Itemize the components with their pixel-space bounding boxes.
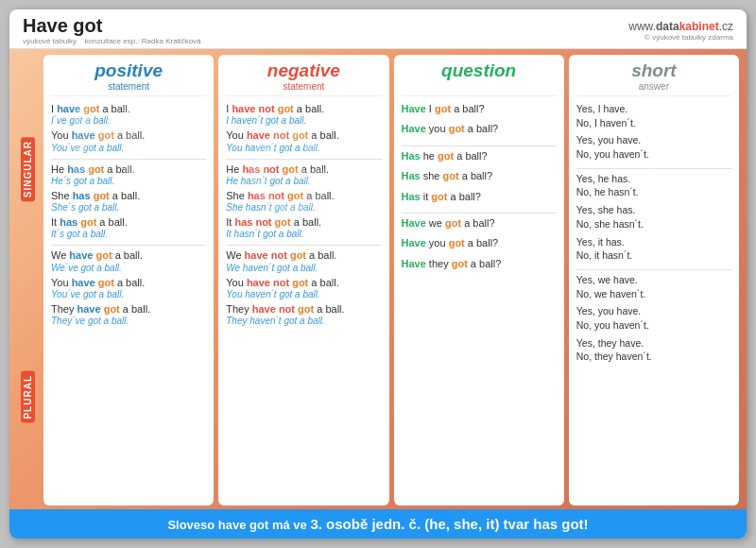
list-item: I have not got a ball. I haven´t got a b… (226, 102, 381, 127)
list-item: You have not got a ball. You haven´t got… (226, 128, 381, 153)
list-item: You have got a ball. You´ve got a ball. (51, 276, 206, 300)
sa-no-4: No, she hasn´t. (576, 217, 731, 231)
brand-tagline: © výukové tabulky zdarma (628, 33, 733, 42)
poster-title: Have got výukové tabulky konzultace esp.… (23, 15, 201, 45)
sa-yes-3: Yes, he has. (576, 172, 731, 186)
divider (576, 269, 731, 270)
neg-row-6-main: We have not got a ball. (226, 248, 381, 262)
poster: Have got výukové tabulky konzultace esp.… (9, 9, 747, 539)
sa-yes-8: Yes, they have. (576, 336, 731, 351)
sa-no-5: No, it hasn´t. (576, 248, 731, 263)
sa-no-7: No, you haven´t. (576, 318, 731, 333)
divider (402, 146, 557, 146)
list-item: You have not got a ball. You haven´t got… (226, 276, 381, 300)
neg-row-3-alt: He hasn´t got a ball. (226, 176, 381, 187)
sa-yes-4: Yes, she has. (576, 203, 731, 217)
list-item: Has he got a ball? (402, 149, 557, 163)
pos-row-6-main: We have got a ball. (51, 248, 206, 262)
main-content: H G ? SINGULAR PLURAL positive statement… (9, 49, 747, 509)
list-item: Have we got a ball? (402, 216, 557, 231)
list-item: Yes, you have. No, you haven´t. (576, 133, 731, 161)
sidebar-singular: SINGULAR (21, 137, 35, 201)
question-subtitle (402, 81, 557, 92)
columns: positive statement I have got a ball. I´… (43, 55, 739, 505)
pos-row-1-main: I have got a ball. (51, 102, 206, 115)
list-item: Yes, he has. No, he hasn´t. (576, 172, 731, 199)
list-item: He has got a ball. He´s got a ball. (51, 163, 206, 187)
neg-row-1-main: I have not got a ball. (226, 102, 381, 115)
list-item: We have got a ball. We´ve got a ball. (51, 248, 206, 273)
list-item: Have they got a ball? (402, 257, 557, 271)
sa-no-8: No, they haven´t. (576, 350, 731, 364)
list-item: It has not got a ball. It hasn´t got a b… (226, 215, 381, 240)
sa-yes-1: Yes, I have. (576, 102, 731, 116)
poster-subtitle: výukové tabulky konzultace esp.: Radka K… (23, 37, 201, 45)
header-logo: www.datakabinet.cz © výukové tabulky zda… (628, 20, 733, 42)
question-header: question (402, 60, 557, 96)
sidebar: SINGULAR PLURAL (17, 55, 38, 505)
negative-column: negative statement I have not got a ball… (218, 55, 388, 505)
list-item: We have not got a ball. We haven´t got a… (226, 248, 381, 273)
question-title: question (441, 60, 516, 80)
divider (226, 245, 381, 246)
list-item: I have got a ball. I´ve got a ball. (51, 102, 206, 127)
neg-row-1-alt: I haven´t got a ball. (226, 115, 381, 127)
short-answer-column: short answer Yes, I have. No, I haven´t.… (569, 55, 739, 505)
neg-row-8-main: They have not got a ball. (226, 302, 381, 316)
sa-yes-2: Yes, you have. (576, 133, 731, 147)
short-answer-rows: Yes, I have. No, I haven´t. Yes, you hav… (576, 102, 731, 368)
list-item: It has got a ball. It´s got a ball. (51, 215, 206, 240)
divider (402, 213, 557, 214)
sidebar-plural: PLURAL (21, 371, 35, 423)
list-item: You have got a ball. You´ve got a ball. (51, 128, 206, 153)
divider (51, 245, 206, 246)
sa-yes-5: Yes, it has. (576, 235, 731, 249)
pos-row-8-alt: They´ve got a ball. (51, 316, 206, 327)
sa-no-6: No, we haven´t. (576, 287, 731, 301)
header: Have got výukové tabulky konzultace esp.… (9, 9, 747, 49)
list-item: Yes, she has. No, she hasn´t. (576, 203, 731, 231)
list-item: They have got a ball. They´ve got a ball… (51, 302, 206, 327)
negative-header: negative statement (226, 60, 381, 96)
footer-emphasis: 3. osobě jedn. č. (he, she, it) tvar has… (310, 516, 588, 532)
list-item: Yes, you have. No, you haven´t. (576, 304, 731, 332)
list-item: Have you got a ball? (402, 236, 557, 250)
pos-row-7-main: You have got a ball. (51, 276, 206, 289)
neg-row-5-main: It has not got a ball. (226, 215, 381, 229)
header-left: Have got výukové tabulky konzultace esp.… (23, 15, 201, 45)
list-item: Have you got a ball? (402, 122, 557, 136)
list-item: Has it got a ball? (402, 190, 557, 204)
list-item: She has got a ball. She´s got a ball. (51, 189, 206, 214)
positive-title: positive (94, 60, 163, 80)
positive-rows: I have got a ball. I´ve got a ball. You … (51, 102, 206, 329)
footer-text: Sloveso have got má ve 3. osobě jedn. č.… (21, 516, 735, 532)
pos-row-6-alt: We´ve got a ball. (51, 263, 206, 274)
pos-row-8-main: They have got a ball. (51, 302, 206, 316)
neg-row-4-main: She has not got a ball. (226, 189, 381, 202)
negative-subtitle: statement (226, 81, 381, 92)
list-item: She has not got a ball. She hasn´t got a… (226, 189, 381, 214)
list-item: They have not got a ball. They haven´t g… (226, 302, 381, 327)
footer: Sloveso have got má ve 3. osobě jedn. č.… (9, 509, 747, 539)
pos-row-2-main: You have got a ball. (51, 128, 206, 142)
pos-row-2-alt: You´ve got a ball. (51, 143, 206, 154)
pos-row-4-main: She has got a ball. (51, 189, 206, 202)
list-item: Yes, I have. No, I haven´t. (576, 102, 731, 129)
question-column: question Have I got a ball? Have you got… (394, 55, 564, 505)
short-answer-title: short (631, 60, 677, 80)
brand-name: www.datakabinet.cz (628, 20, 733, 33)
short-answer-header: short answer (576, 60, 731, 96)
pos-row-3-alt: He´s got a ball. (51, 176, 206, 187)
pos-row-3-main: He has got a ball. (51, 163, 206, 176)
list-item: Yes, we have. No, we haven´t. (576, 273, 731, 300)
neg-row-8-alt: They haven´t got a ball. (226, 316, 381, 327)
divider (226, 159, 381, 160)
sa-yes-6: Yes, we have. (576, 273, 731, 287)
positive-subtitle: statement (51, 81, 206, 92)
divider (51, 159, 206, 160)
neg-row-6-alt: We haven´t got a ball. (226, 263, 381, 274)
neg-row-4-alt: She hasn´t got a ball. (226, 202, 381, 214)
question-rows: Have I got a ball? Have you got a ball? … (402, 102, 557, 277)
sa-no-2: No, you haven´t. (576, 147, 731, 162)
neg-row-2-main: You have not got a ball. (226, 128, 381, 142)
